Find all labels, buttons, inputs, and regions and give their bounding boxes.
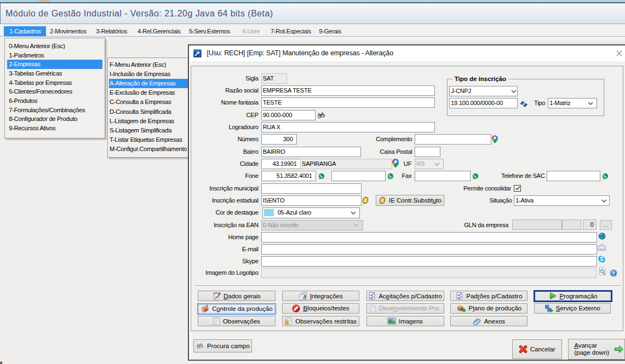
svg-text:?: ?: [612, 270, 615, 276]
svg-text:S: S: [600, 256, 604, 263]
